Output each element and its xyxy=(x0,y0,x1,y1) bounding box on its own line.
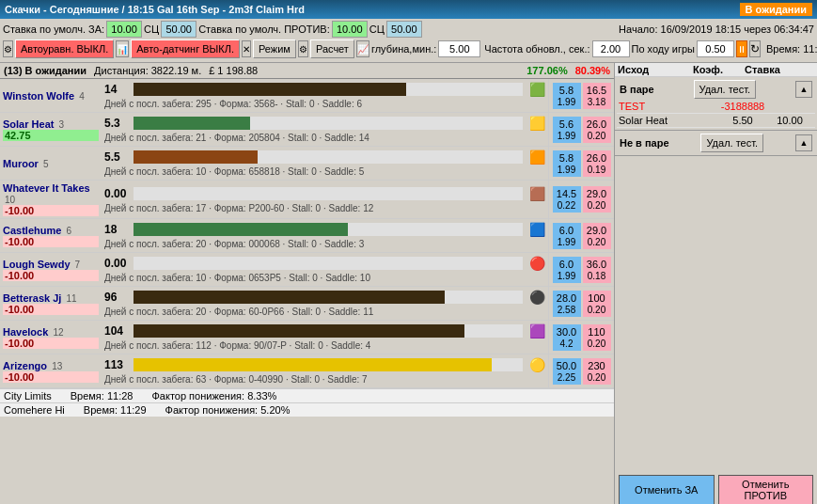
horse-row-7: Havelock 12 -10.00 104 🟪 Дней с посл. за… xyxy=(0,321,614,354)
bar-num-7: 104 xyxy=(104,324,131,338)
back-odds-0[interactable]: 5.81.99 xyxy=(553,83,581,109)
calc-btn[interactable]: Расчет xyxy=(310,39,354,58)
horse-num-2: 5 xyxy=(43,159,49,169)
refresh-btn[interactable]: ↻ xyxy=(749,40,761,57)
footer-name-2: Comehere Hi xyxy=(4,404,65,416)
mode-btn[interactable]: Режим xyxy=(253,39,296,58)
not-in-pair-header: Не в паре Удал. тест. xyxy=(617,133,815,153)
lay-odds-2[interactable]: 26.00.19 xyxy=(583,150,611,177)
lay-odds-6[interactable]: 1000.20 xyxy=(583,291,611,317)
horse-name-1[interactable]: Solar Heat xyxy=(3,118,54,130)
silk-3: 🟫 xyxy=(528,185,545,202)
horse-row-8: Arizengo 13 -10.00 113 🟡 Дней с посл. за… xyxy=(0,354,614,388)
prize-info: £ 1 198.88 xyxy=(209,65,258,76)
col-headers: Исход Коэф. Ставка xyxy=(615,63,817,77)
depth-icon[interactable]: 📈 xyxy=(356,40,369,57)
auto-level-btn[interactable]: Автоуравн. ВЫКЛ. xyxy=(15,39,114,58)
horse-name-5[interactable]: Lough Sewdy xyxy=(3,259,71,270)
horse-details-8: Дней с посл. забега: 63 · Форма: 0-40990… xyxy=(104,373,545,386)
lay-odds-3[interactable]: 29.00.20 xyxy=(583,186,611,213)
horse-name-3[interactable]: Whatever It Takes xyxy=(3,182,90,194)
horse-row-2: Muroor 5 5.5 🟧 Дней с посл. забега: 10 ·… xyxy=(0,147,614,181)
in-pair-section: В паре Удал. тест. TEST -3188888 Solar H… xyxy=(615,77,817,131)
horse-name-7[interactable]: Havelock xyxy=(3,326,48,338)
status-badge: В ожидании xyxy=(740,3,812,16)
bar-container-5 xyxy=(134,257,523,270)
back-odds-5[interactable]: 6.01.99 xyxy=(553,257,581,283)
horse-price-7: -10.00 xyxy=(3,338,99,349)
back-odds-2[interactable]: 5.81.99 xyxy=(553,150,581,177)
horse-name-8[interactable]: Arizengo xyxy=(3,360,47,371)
bet-lay-size[interactable] xyxy=(386,21,422,38)
refresh-label: Частота обновл., сек.: xyxy=(484,43,589,55)
back-odds-6[interactable]: 28.02.58 xyxy=(553,291,581,317)
silk-4: 🟦 xyxy=(528,221,545,238)
horse-price-3: -10.00 xyxy=(3,205,99,216)
silk-1: 🟨 xyxy=(528,115,545,132)
pause-btn[interactable]: ⏸ xyxy=(736,40,747,57)
inplay-label: По ходу игры xyxy=(632,43,696,55)
back-odds-1[interactable]: 5.61.99 xyxy=(553,117,581,143)
cross-icon[interactable]: ✕ xyxy=(242,40,251,57)
cancel-back-btn[interactable]: Отменить ЗА xyxy=(619,475,715,504)
auto-dating-icon[interactable]: 📊 xyxy=(116,40,129,57)
window-title: Скачки - Сегодняшние / 18:15 Gal 16th Se… xyxy=(5,4,305,15)
horse-num-4: 6 xyxy=(66,226,71,236)
main-layout: (13) В ожидании Дистанция: 3822.19 м. £ … xyxy=(0,63,817,504)
not-in-pair-title: Не в паре xyxy=(620,137,669,149)
time-display: Время: 11:40:10 (2.01 сек.) xyxy=(766,43,817,55)
in-pair-header: В паре Удал. тест. xyxy=(617,79,815,100)
bet-lay-value[interactable] xyxy=(332,21,368,38)
delete-test-btn-not-in-pair[interactable]: Удал. тест. xyxy=(700,134,763,152)
back-odds-7[interactable]: 30.04.2 xyxy=(553,324,581,351)
auto-dating-btn[interactable]: Авто-датчинг ВЫКЛ. xyxy=(131,39,240,58)
horse-row-3: Whatever It Takes 10 -10.00 0.00 🟫 Дней … xyxy=(0,181,614,219)
auto-level-icon[interactable]: ⚙ xyxy=(3,40,13,57)
horse-details-0: Дней с посл. забега: 295 · Форма: 3568- … xyxy=(104,98,545,110)
horse-name-2[interactable]: Muroor xyxy=(3,158,39,169)
refresh-value[interactable] xyxy=(592,40,630,57)
test-odds: -3188888 xyxy=(719,101,766,112)
silk-5: 🔴 xyxy=(528,255,545,272)
delete-test-btn-in-pair[interactable]: Удал. тест. xyxy=(694,80,757,99)
bar-num-4: 18 xyxy=(104,223,131,236)
bet-back-size[interactable] xyxy=(161,21,196,38)
footer-time-2: Время: 11:29 xyxy=(84,404,147,416)
bet-back-value[interactable] xyxy=(106,21,142,38)
lay-odds-0[interactable]: 16.53.18 xyxy=(583,83,611,109)
gear-icon[interactable]: ⚙ xyxy=(298,40,308,57)
horse-name-6[interactable]: Betterask Jj xyxy=(3,292,61,304)
back-odds-3[interactable]: 14.50.22 xyxy=(553,186,581,213)
horse-details-1: Дней с посл. забега: 21 · Форма: 205804 … xyxy=(104,132,545,144)
bar-num-5: 0.00 xyxy=(104,257,131,270)
bar-fill-8 xyxy=(134,358,492,371)
up-arrow-not-in-pair[interactable] xyxy=(795,134,812,151)
horse-row-5: Lough Sewdy 7 -10.00 0.00 🔴 Дней с посл.… xyxy=(0,253,614,287)
back-odds-8[interactable]: 50.02.25 xyxy=(553,358,581,385)
lay-odds-5[interactable]: 36.00.18 xyxy=(583,257,611,283)
bar-fill-1 xyxy=(134,117,250,130)
horse-name-0[interactable]: Winston Wolfe xyxy=(3,90,74,102)
inplay-value[interactable] xyxy=(697,40,734,57)
bar-container-4 xyxy=(134,223,523,236)
lay-odds-8[interactable]: 2300.20 xyxy=(583,358,611,385)
lay-odds-1[interactable]: 26.00.20 xyxy=(583,117,611,143)
cancel-lay-btn[interactable]: Отменить ПРОТИВ xyxy=(718,475,814,504)
waiting-count: (13) В ожидании xyxy=(4,65,86,76)
depth-value[interactable] xyxy=(438,40,480,57)
horse-num-1: 3 xyxy=(58,119,64,130)
bar-num-3: 0.00 xyxy=(104,187,131,200)
horse-num-7: 12 xyxy=(53,327,63,338)
back-odds-4[interactable]: 6.01.99 xyxy=(553,223,581,249)
horse-name-4[interactable]: Castlehume xyxy=(3,225,61,236)
col-outcome: Исход xyxy=(615,63,690,76)
silk-2: 🟧 xyxy=(528,149,545,165)
bar-num-0: 14 xyxy=(104,83,131,96)
silk-6: ⚫ xyxy=(528,289,545,306)
up-arrow-in-pair[interactable] xyxy=(795,81,812,98)
bar-num-6: 96 xyxy=(104,291,131,304)
lay-odds-4[interactable]: 29.00.20 xyxy=(583,223,611,249)
lay-odds-7[interactable]: 1100.20 xyxy=(583,324,611,351)
bar-container-8 xyxy=(134,358,523,371)
horse-price-8: -10.00 xyxy=(3,371,99,383)
